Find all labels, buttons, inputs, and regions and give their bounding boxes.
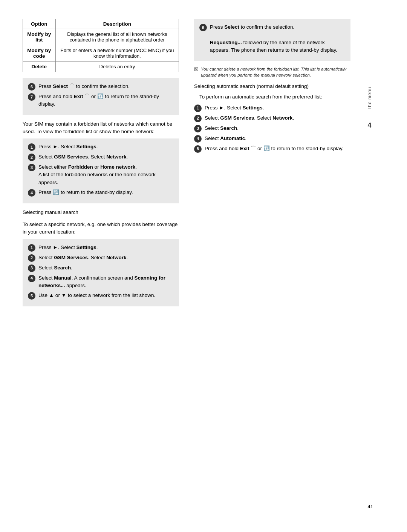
auto-step-1: 1 Press ►. Select Settings. [194, 104, 350, 112]
manual-step-2-text: Select GSM Services. Select Network. [38, 254, 174, 261]
desc-delete: Deletes an entry [55, 62, 179, 72]
forbidden-step-2: 2 Select GSM Services. Select Network. [28, 153, 174, 161]
forbidden-step-4-text: Press 🔃 to return to the stand-by displa… [38, 189, 174, 196]
table-row: Modify bycode Edits or enters a network … [23, 45, 179, 62]
step-badge-f1: 1 [28, 143, 35, 151]
step-badge-f2: 2 [28, 154, 35, 161]
step-6: 6 Press Select ⌒ to confirm the selectio… [28, 83, 174, 91]
forbidden-step-1-text: Press ►. Select Settings. [38, 143, 174, 151]
forbidden-step-1: 1 Press ►. Select Settings. [28, 143, 174, 151]
right-step-badge-6: 6 [199, 24, 207, 31]
step-7: 7 Press and hold Exit ⌒ or 🔃 to return t… [28, 93, 174, 108]
manual-steps-box: 1 Press ►. Select Settings. 2 Select GSM… [23, 239, 179, 307]
forbidden-step-2-text: Select GSM Services. Select Network. [38, 153, 174, 161]
forbidden-step-3: 3 Select either Forbidden or Home networ… [28, 163, 174, 186]
option-modify-by-list: Modify by list [23, 29, 56, 45]
right-sidebar: The menu 4 41 [362, 11, 377, 521]
table-header-description: Description [55, 19, 179, 29]
auto-step-5: 5 Press and hold Exit ⌒ or 🔃 to return t… [194, 145, 350, 153]
step-7-text: Press and hold Exit ⌒ or 🔃 to return to … [38, 93, 174, 108]
step-badge-f3: 3 [28, 164, 35, 171]
right-column: 6 Press Select to confirm the selection.… [194, 19, 350, 312]
note-box: ☒ You cannot delete a network from the f… [194, 66, 350, 78]
step-badge-f4: 4 [28, 189, 35, 197]
note-text: You cannot delete a network from the for… [201, 66, 350, 78]
manual-step-2: 2 Select GSM Services. Select Network. [28, 254, 174, 262]
step-badge-m3: 3 [28, 264, 35, 272]
auto-step-4: 4 Select Automatic. [194, 135, 350, 143]
manual-search-intro: To select a specific network, e.g. one w… [23, 221, 179, 236]
desc-modify-by-code: Edits or enters a network number (MCC MN… [55, 45, 179, 62]
forbidden-step-4: 4 Press 🔃 to return to the stand-by disp… [28, 189, 174, 197]
auto-step-badge-3: 3 [194, 125, 202, 132]
right-step6-box: 6 Press Select to confirm the selection.… [194, 19, 350, 61]
desc-modify-by-list: Displays the general list of all known n… [55, 29, 179, 45]
auto-step-badge-4: 4 [194, 135, 202, 143]
table-header-option: Option [23, 19, 56, 29]
option-modify-by-code: Modify bycode [23, 45, 56, 62]
auto-step-5-text: Press and hold Exit ⌒ or 🔃 to return to … [205, 145, 350, 152]
forbidden-step-3-text: Select either Forbidden or Home network.… [38, 163, 174, 186]
manual-step-1-text: Press ►. Select Settings. [38, 244, 174, 251]
step-badge-m1: 1 [28, 244, 35, 252]
step-6-text: Press Select ⌒ to confirm the selection. [38, 83, 174, 90]
forbidden-steps-box: 1 Press ►. Select Settings. 2 Select GSM… [23, 138, 179, 203]
auto-step-badge-1: 1 [194, 105, 202, 112]
manual-step-3-text: Select Search. [38, 264, 174, 272]
manual-search-heading: Selecting manual search [23, 209, 179, 216]
table-row: Delete Deletes an entry [23, 62, 179, 72]
note-icon: ☒ [194, 66, 199, 73]
step-badge-m5: 5 [28, 292, 35, 300]
manual-step-5-text: Use ▲ or ▼ to select a network from the … [38, 292, 174, 299]
left-column: Option Description Modify by list Displa… [23, 19, 179, 312]
right-step-6-text: Press Select to confirm the selection.Re… [210, 23, 345, 54]
auto-search-heading: Selecting automatic search (normal defau… [194, 83, 350, 90]
auto-steps-list: 1 Press ►. Select Settings. 2 Select GSM… [194, 104, 350, 153]
step-badge-m4: 4 [28, 275, 35, 282]
options-table: Option Description Modify by list Displa… [23, 19, 179, 72]
page-number: 41 [368, 504, 373, 509]
steps-6-7-box: 6 Press Select ⌒ to confirm the selectio… [23, 78, 179, 115]
auto-step-4-text: Select Automatic. [205, 135, 350, 142]
auto-step-3: 3 Select Search. [194, 125, 350, 132]
table-row: Modify by list Displays the general list… [23, 29, 179, 45]
manual-step-1: 1 Press ►. Select Settings. [28, 244, 174, 252]
manual-step-3: 3 Select Search. [28, 264, 174, 272]
manual-step-5: 5 Use ▲ or ▼ to select a network from th… [28, 292, 174, 300]
right-step-6: 6 Press Select to confirm the selection.… [199, 23, 345, 54]
sidebar-label: The menu [367, 87, 372, 110]
forbidden-list-intro: Your SIM may contain a forbidden list of… [23, 120, 179, 136]
sidebar-number: 4 [367, 121, 371, 129]
auto-step-badge-5: 5 [194, 145, 202, 153]
option-delete: Delete [23, 62, 56, 72]
auto-step-2: 2 Select GSM Services. Select Network. [194, 114, 350, 122]
step-badge-6: 6 [28, 83, 35, 91]
auto-search-intro: To perform an automatic search from the … [194, 93, 350, 101]
manual-step-4-text: Select Manual. A confirmation screen and… [38, 274, 174, 290]
auto-step-2-text: Select GSM Services. Select Network. [205, 114, 350, 122]
manual-step-4: 4 Select Manual. A confirmation screen a… [28, 274, 174, 290]
step-badge-7: 7 [28, 93, 35, 101]
auto-step-badge-2: 2 [194, 115, 202, 122]
auto-step-1-text: Press ►. Select Settings. [205, 104, 350, 112]
step-badge-m2: 2 [28, 254, 35, 262]
auto-step-3-text: Select Search. [205, 125, 350, 132]
